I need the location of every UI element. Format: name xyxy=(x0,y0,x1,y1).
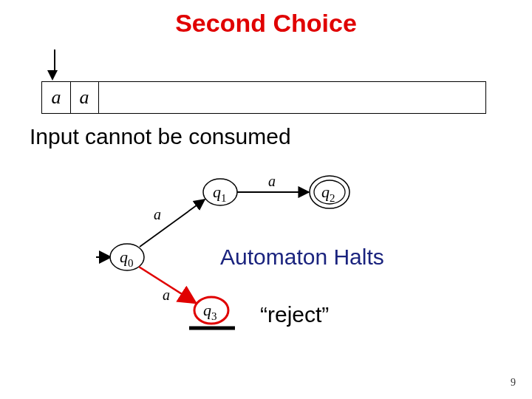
state-q1: q1 xyxy=(203,179,237,205)
tape-cell: a xyxy=(70,82,99,113)
tape-head-arrow-icon xyxy=(52,50,58,81)
input-tape: a a xyxy=(41,81,486,114)
page-number: 9 xyxy=(511,377,516,389)
automaton-halts-text: Automaton Halts xyxy=(220,245,384,270)
slide: Second Choice a a Input cannot be consum… xyxy=(0,0,532,399)
state-q3: q3 xyxy=(189,297,235,328)
cannot-consume-text: Input cannot be consumed xyxy=(30,124,291,149)
tape-cell: a xyxy=(42,82,71,113)
edge-label: a xyxy=(163,287,170,303)
reject-text: “reject” xyxy=(260,302,329,327)
edge-label: a xyxy=(268,173,276,189)
edge-label: a xyxy=(154,206,161,222)
edge-q0-q1 xyxy=(140,200,205,247)
slide-title: Second Choice xyxy=(0,9,532,38)
state-q0: q0 xyxy=(110,244,144,270)
state-q2: q2 xyxy=(310,176,349,208)
